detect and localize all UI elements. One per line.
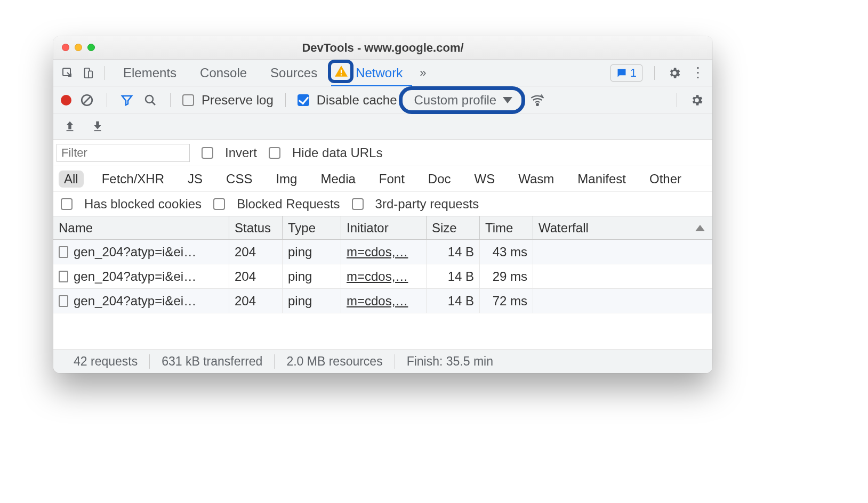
hide-data-urls-label: Hide data URLs	[292, 145, 382, 160]
svg-point-7	[536, 103, 539, 106]
close-window-button[interactable]	[62, 44, 69, 51]
upload-har-icon[interactable]	[64, 119, 76, 134]
svg-rect-3	[341, 69, 342, 73]
table-row[interactable]: gen_204?atyp=i&ei…204pingm=cdos,…14 B72 …	[53, 289, 712, 313]
hide-data-urls-checkbox[interactable]	[269, 147, 280, 159]
settings-icon[interactable]	[666, 65, 682, 81]
cell-name: gen_204?atyp=i&ei…	[53, 264, 229, 288]
tab-console[interactable]: Console	[190, 60, 256, 86]
chip-doc[interactable]: Doc	[423, 171, 456, 188]
tab-sources[interactable]: Sources	[261, 60, 327, 86]
svg-rect-4	[341, 74, 342, 75]
cell-status: 204	[229, 240, 283, 264]
cell-initiator[interactable]: m=cdos,…	[341, 264, 427, 288]
status-transferred: 631 kB transferred	[150, 354, 275, 369]
blocked-requests-label: Blocked Requests	[237, 197, 340, 212]
chip-img[interactable]: Img	[270, 171, 302, 188]
chip-js[interactable]: JS	[182, 171, 208, 188]
col-waterfall[interactable]: Waterfall	[533, 216, 712, 239]
table-row[interactable]: gen_204?atyp=i&ei…204pingm=cdos,…14 B43 …	[53, 240, 712, 264]
preserve-log-checkbox[interactable]	[182, 94, 194, 106]
tab-label: Elements	[123, 66, 176, 80]
chip-media[interactable]: Media	[315, 171, 360, 188]
network-settings-icon[interactable]	[689, 92, 705, 108]
record-button[interactable]	[61, 95, 71, 106]
cell-waterfall	[533, 240, 712, 264]
cell-type: ping	[283, 289, 341, 313]
col-size[interactable]: Size	[427, 216, 480, 239]
col-name[interactable]: Name	[53, 216, 229, 239]
chip-font[interactable]: Font	[374, 171, 410, 188]
chip-other[interactable]: Other	[644, 171, 687, 188]
window-controls	[62, 44, 95, 51]
filter-icon[interactable]	[119, 92, 135, 108]
cell-initiator[interactable]: m=cdos,…	[341, 240, 427, 264]
cell-type: ping	[283, 240, 341, 264]
blocked-cookies-checkbox[interactable]	[61, 198, 73, 210]
document-icon	[59, 271, 68, 282]
clear-icon[interactable]	[79, 92, 95, 108]
tab-elements[interactable]: Elements	[114, 60, 186, 86]
divider	[105, 66, 105, 80]
col-status[interactable]: Status	[229, 216, 283, 239]
col-time[interactable]: Time	[480, 216, 533, 239]
blocked-requests-checkbox[interactable]	[213, 198, 225, 210]
cell-initiator[interactable]: m=cdos,…	[341, 289, 427, 313]
requests-table: Name Status Type Initiator Size Time Wat…	[53, 216, 712, 313]
invert-label: Invert	[225, 145, 257, 160]
invert-checkbox[interactable]	[202, 147, 213, 159]
svg-rect-8	[67, 130, 74, 131]
throttling-select[interactable]: Custom profile	[404, 91, 522, 110]
panel-tabs: Elements Console Sources Network » 1 ⋮	[53, 60, 712, 86]
svg-point-6	[146, 95, 153, 103]
cell-size: 14 B	[427, 289, 480, 313]
cell-type: ping	[283, 264, 341, 288]
chip-wasm[interactable]: Wasm	[513, 171, 559, 188]
titlebar: DevTools - www.google.com/	[53, 36, 712, 60]
minimize-window-button[interactable]	[75, 44, 82, 51]
svg-rect-2	[89, 71, 92, 78]
chip-fetch[interactable]: Fetch/XHR	[97, 171, 170, 188]
chip-css[interactable]: CSS	[221, 171, 258, 188]
cell-size: 14 B	[427, 264, 480, 288]
third-party-checkbox[interactable]	[352, 198, 364, 210]
divider	[107, 93, 107, 107]
search-icon[interactable]	[142, 92, 158, 108]
cell-time: 29 ms	[480, 264, 533, 288]
col-initiator[interactable]: Initiator	[341, 216, 427, 239]
issues-badge[interactable]: 1	[610, 64, 642, 82]
divider	[285, 93, 286, 107]
zoom-window-button[interactable]	[87, 44, 95, 51]
disable-cache-checkbox[interactable]	[298, 94, 309, 106]
cell-time: 43 ms	[480, 240, 533, 264]
download-har-icon[interactable]	[92, 119, 103, 134]
cell-name: gen_204?atyp=i&ei…	[53, 240, 229, 264]
chip-manifest[interactable]: Manifest	[572, 171, 631, 188]
network-conditions-icon[interactable]	[529, 92, 545, 108]
cell-time: 72 ms	[480, 289, 533, 313]
col-type[interactable]: Type	[283, 216, 341, 239]
svg-rect-9	[94, 130, 101, 131]
filter-input[interactable]	[57, 144, 190, 162]
cell-status: 204	[229, 264, 283, 288]
type-filter-row: All Fetch/XHR JS CSS Img Media Font Doc …	[53, 166, 712, 192]
divider	[170, 93, 171, 107]
tab-label: Console	[200, 66, 247, 80]
disable-cache-label: Disable cache	[317, 93, 397, 108]
kebab-menu-icon[interactable]: ⋮	[690, 65, 706, 81]
preserve-log-label: Preserve log	[202, 93, 274, 108]
divider	[677, 93, 677, 107]
status-requests: 42 requests	[62, 354, 150, 369]
table-row[interactable]: gen_204?atyp=i&ei…204pingm=cdos,…14 B29 …	[53, 264, 712, 289]
cell-waterfall	[533, 264, 712, 288]
devtools-window: DevTools - www.google.com/ Elements Cons…	[53, 36, 712, 373]
inspect-icon[interactable]	[60, 65, 76, 81]
chevron-down-icon	[503, 97, 512, 103]
chip-ws[interactable]: WS	[469, 171, 501, 188]
device-toggle-icon[interactable]	[80, 65, 96, 81]
sort-asc-icon	[695, 225, 705, 231]
tab-network[interactable]: Network	[331, 60, 412, 86]
more-tabs-icon[interactable]: »	[416, 66, 429, 80]
divider	[654, 66, 655, 80]
chip-all[interactable]: All	[59, 171, 84, 188]
